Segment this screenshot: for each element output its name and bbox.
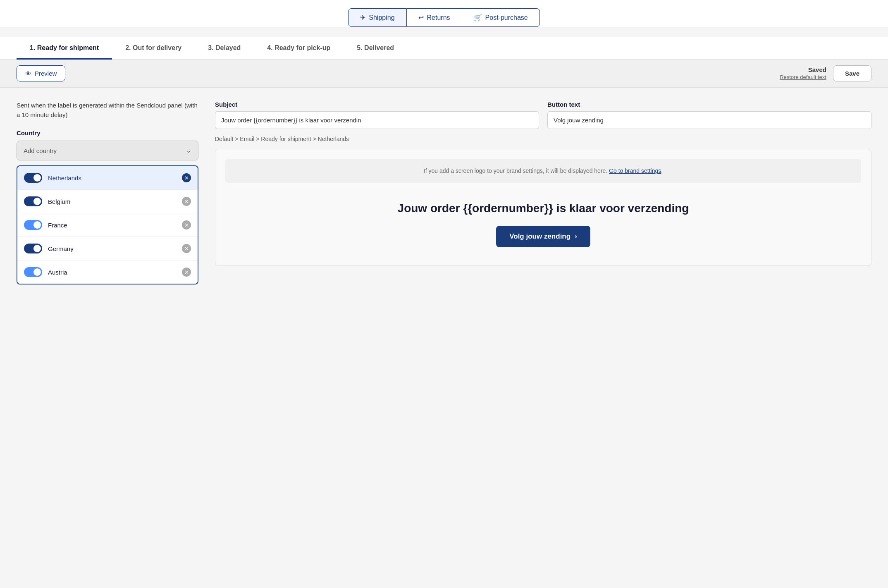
country-item-belgium[interactable]: Belgium ✕: [17, 190, 198, 213]
toggle-knob: [33, 198, 41, 205]
step-tab-out-for-delivery[interactable]: 2. Out for delivery: [112, 37, 195, 60]
tab-post-purchase-label: Post-purchase: [485, 14, 528, 22]
main-content: Sent when the label is generated within …: [0, 88, 888, 336]
toggle-france[interactable]: [24, 220, 42, 230]
tab-shipping-label: Shipping: [369, 14, 394, 22]
country-list: Netherlands ✕ Belgium ✕ France ✕: [17, 165, 198, 284]
description-text: Sent when the label is generated within …: [17, 101, 198, 120]
tab-returns-label: Returns: [427, 14, 450, 22]
remove-france-button[interactable]: ✕: [182, 220, 191, 229]
toggle-knob: [33, 245, 41, 252]
email-body: Jouw order {{ordernumber}} is klaar voor…: [225, 193, 861, 256]
brand-settings-link[interactable]: Go to brand settings: [609, 167, 661, 174]
subject-field-group: Subject: [215, 101, 539, 129]
saved-status: Saved Restore default text: [780, 66, 826, 81]
right-panel: Subject Button text Default > Email > Re…: [215, 101, 871, 323]
email-cta-button[interactable]: Volg jouw zending ›: [496, 226, 590, 247]
toggle-germany[interactable]: [24, 244, 42, 253]
returns-icon: ↩: [418, 14, 424, 22]
top-navigation: ✈ Shipping ↩ Returns 🛒 Post-purchase: [0, 0, 888, 27]
country-name-netherlands: Netherlands: [48, 174, 182, 182]
tab-returns[interactable]: ↩ Returns: [407, 8, 462, 27]
country-name-austria: Austria: [48, 269, 182, 276]
country-name-belgium: Belgium: [48, 198, 182, 205]
toggle-austria[interactable]: [24, 267, 42, 277]
brand-notice: If you add a screen logo to your brand s…: [225, 159, 861, 183]
eye-icon: 👁: [25, 70, 31, 77]
subject-input[interactable]: [215, 111, 539, 129]
email-preview: If you add a screen logo to your brand s…: [215, 149, 871, 266]
arrow-right-icon: ›: [575, 232, 577, 241]
toggle-belgium[interactable]: [24, 196, 42, 206]
remove-netherlands-button[interactable]: ✕: [182, 173, 191, 182]
preview-button[interactable]: 👁 Preview: [17, 65, 65, 81]
toolbar-right: Saved Restore default text Save: [780, 65, 871, 81]
remove-belgium-button[interactable]: ✕: [182, 197, 191, 206]
step-tab-delivered[interactable]: 5. Delivered: [344, 37, 407, 60]
toggle-netherlands[interactable]: [24, 173, 42, 183]
country-item-france[interactable]: France ✕: [17, 213, 198, 237]
tab-post-purchase[interactable]: 🛒 Post-purchase: [462, 8, 540, 27]
toolbar: 👁 Preview Saved Restore default text Sav…: [0, 60, 888, 88]
step-tab-ready-for-shipment[interactable]: 1. Ready for shipment: [17, 37, 112, 60]
remove-austria-button[interactable]: ✕: [182, 268, 191, 277]
add-country-placeholder: Add country: [24, 147, 57, 154]
save-button[interactable]: Save: [833, 65, 871, 81]
country-name-france: France: [48, 222, 182, 229]
breadcrumb: Default > Email > Ready for shipment > N…: [215, 136, 871, 142]
toggle-knob: [33, 268, 41, 276]
remove-germany-button[interactable]: ✕: [182, 244, 191, 253]
country-name-germany: Germany: [48, 245, 182, 252]
shipping-icon: ✈: [360, 14, 365, 22]
step-tab-ready-for-pickup[interactable]: 4. Ready for pick-up: [254, 37, 344, 60]
tab-shipping[interactable]: ✈ Shipping: [348, 8, 406, 27]
add-country-dropdown[interactable]: Add country ⌄: [17, 141, 198, 160]
button-text-label: Button text: [547, 101, 871, 108]
country-label: Country: [17, 129, 198, 136]
step-tab-delayed[interactable]: 3. Delayed: [195, 37, 254, 60]
country-item-germany[interactable]: Germany ✕: [17, 237, 198, 261]
button-text-field-group: Button text: [547, 101, 871, 129]
restore-default-link[interactable]: Restore default text: [780, 74, 826, 80]
toggle-knob: [33, 221, 41, 229]
country-item-austria[interactable]: Austria ✕: [17, 261, 198, 284]
toggle-knob: [33, 174, 41, 182]
left-panel: Sent when the label is generated within …: [17, 101, 215, 323]
subject-label: Subject: [215, 101, 539, 108]
post-purchase-icon: 🛒: [474, 14, 482, 22]
email-title: Jouw order {{ordernumber}} is klaar voor…: [234, 201, 853, 216]
step-tabs: 1. Ready for shipment 2. Out for deliver…: [0, 37, 888, 60]
fields-row: Subject Button text: [215, 101, 871, 129]
country-item-netherlands[interactable]: Netherlands ✕: [17, 166, 198, 190]
email-cta-label: Volg jouw zending: [509, 232, 571, 241]
chevron-down-icon: ⌄: [186, 147, 191, 154]
button-text-input[interactable]: [547, 111, 871, 129]
